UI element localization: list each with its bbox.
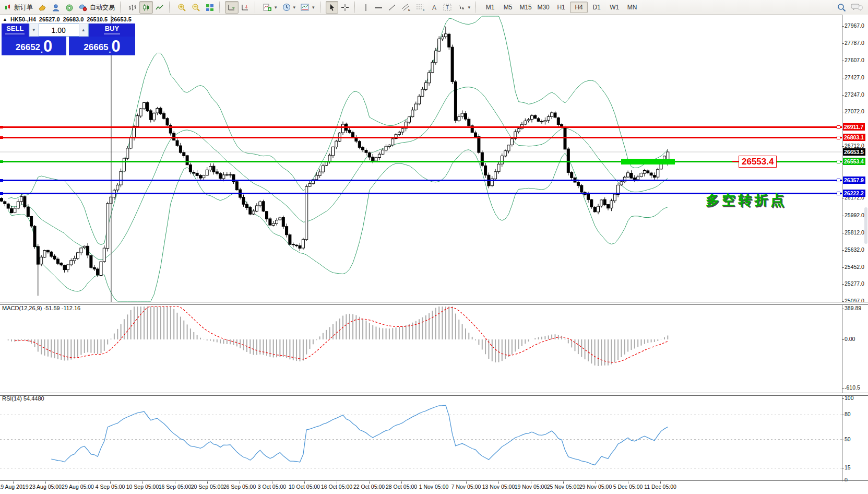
line-endpoint-marker[interactable] bbox=[837, 136, 840, 139]
horizontal-line-26553.4[interactable] bbox=[0, 161, 842, 162]
time-tick-label: 10 Oct 05:00 bbox=[289, 484, 320, 490]
toolbar-separator bbox=[320, 2, 323, 13]
axis-tick-label: 27967.0 bbox=[845, 22, 864, 29]
green-highlight-band[interactable] bbox=[621, 159, 675, 164]
axis-tick-label: 389.89 bbox=[845, 305, 861, 311]
line-chart-button[interactable] bbox=[153, 1, 167, 14]
horizontal-line-button[interactable] bbox=[372, 1, 385, 14]
time-tick bbox=[660, 481, 661, 484]
candlestick-button[interactable] bbox=[139, 1, 153, 14]
fibonacci-icon: F bbox=[416, 3, 425, 11]
sell-price-display[interactable]: 26652.0 bbox=[2, 37, 66, 55]
trendline-button[interactable] bbox=[385, 1, 399, 14]
axis-tick-label: 15 bbox=[845, 464, 851, 471]
timeframe-m15[interactable]: M15 bbox=[517, 2, 534, 13]
axis-tick-label: 27607.0 bbox=[845, 57, 864, 63]
time-tick-label: 1 Nov 05:00 bbox=[419, 484, 449, 490]
buy-button[interactable]: BUY bbox=[89, 23, 135, 37]
new-order-label: 新订单 bbox=[14, 3, 33, 12]
time-tick bbox=[175, 481, 175, 484]
horizontal-line-26357.9[interactable] bbox=[0, 180, 842, 181]
line-start-marker bbox=[0, 126, 3, 128]
crosshair-button[interactable] bbox=[338, 1, 352, 14]
axis-tick bbox=[842, 440, 844, 440]
line-endpoint-marker[interactable] bbox=[837, 125, 840, 129]
line-endpoint-marker[interactable] bbox=[837, 179, 840, 182]
scrollbar-thumb[interactable] bbox=[864, 207, 867, 244]
price-axis: 27967.027787.027607.027427.027247.027072… bbox=[842, 15, 868, 494]
timeframe-m30[interactable]: M30 bbox=[534, 2, 552, 13]
axis-tick-label: 25277.0 bbox=[845, 280, 864, 287]
arrows-button[interactable]: ▾ bbox=[455, 1, 473, 14]
time-tick-label: 16 Sep 05:00 bbox=[159, 484, 191, 490]
chart-annotation-text[interactable]: 多空转折点 bbox=[706, 191, 787, 209]
timeframe-m1[interactable]: M1 bbox=[481, 2, 499, 13]
horizontal-line-26911.7[interactable] bbox=[0, 126, 842, 128]
axis-tick bbox=[842, 26, 844, 27]
signals-button[interactable] bbox=[63, 1, 76, 14]
tile-windows-button[interactable] bbox=[203, 1, 217, 14]
axis-tick bbox=[842, 78, 844, 78]
timeframe-h4[interactable]: H4 bbox=[570, 2, 588, 13]
channel-icon: E bbox=[401, 3, 411, 11]
axis-tick bbox=[842, 284, 844, 285]
volume-decrease-button[interactable]: ▼ bbox=[29, 23, 39, 37]
chart-shift-button[interactable] bbox=[239, 1, 252, 14]
axis-tick bbox=[842, 95, 844, 96]
volume-increase-button[interactable]: ▲ bbox=[79, 23, 88, 37]
panel-separator[interactable] bbox=[0, 302, 868, 305]
time-tick bbox=[628, 481, 628, 484]
channel-button[interactable]: E bbox=[399, 1, 413, 14]
text-label-button[interactable]: T bbox=[441, 1, 455, 14]
timeframe-d1[interactable]: D1 bbox=[588, 2, 605, 13]
zoom-out-button[interactable] bbox=[189, 1, 203, 14]
callout-dash bbox=[732, 161, 739, 162]
bar-chart-icon bbox=[128, 4, 137, 11]
text-button[interactable]: A bbox=[428, 1, 441, 14]
timeframe-h1[interactable]: H1 bbox=[552, 2, 570, 13]
line-start-marker bbox=[0, 192, 3, 195]
line-endpoint-marker[interactable] bbox=[837, 160, 840, 163]
time-tick bbox=[596, 481, 596, 484]
axis-tick-label: -610.5 bbox=[845, 384, 860, 391]
svg-text:E: E bbox=[408, 8, 410, 11]
time-tick bbox=[434, 481, 434, 484]
timeframe-m5[interactable]: M5 bbox=[499, 2, 517, 13]
axis-tick bbox=[842, 468, 844, 468]
accounts-button[interactable] bbox=[49, 1, 63, 14]
vertical-line-button[interactable] bbox=[360, 1, 372, 14]
templates-button[interactable]: ▾ bbox=[298, 1, 317, 14]
price-callout-label[interactable]: 26553.4 bbox=[739, 156, 777, 168]
time-tick bbox=[466, 481, 467, 484]
new-order-icon bbox=[4, 4, 12, 11]
auto-scroll-button[interactable] bbox=[225, 1, 239, 14]
periods-button[interactable]: ▾ bbox=[280, 1, 299, 14]
indicators-button[interactable]: ▾ bbox=[260, 1, 280, 14]
axis-tick-label: 0.00 bbox=[845, 336, 855, 342]
crosshair-icon bbox=[341, 4, 349, 11]
market-watch-button[interactable] bbox=[35, 1, 49, 14]
axis-tick bbox=[842, 339, 844, 340]
fibonacci-button[interactable]: F bbox=[413, 1, 428, 14]
panel-separator[interactable] bbox=[0, 393, 868, 396]
axis-tick-label: 25992.0 bbox=[845, 212, 864, 218]
timeframe-group: M1M5M15M30H1H4D1W1MN bbox=[480, 0, 643, 15]
horizontal-line-26803.1[interactable] bbox=[0, 137, 842, 138]
chat-icon[interactable] bbox=[851, 3, 863, 11]
text-icon: A bbox=[431, 4, 438, 11]
search-icon[interactable] bbox=[837, 3, 846, 12]
chart-canvas[interactable] bbox=[0, 15, 842, 481]
cursor-button[interactable] bbox=[326, 1, 338, 14]
auto-trade-button[interactable]: 自动交易 bbox=[76, 1, 117, 14]
buy-price-display[interactable]: 26665.0 bbox=[69, 37, 135, 55]
new-order-button[interactable]: 新订单 bbox=[2, 1, 35, 14]
timeframe-mn[interactable]: MN bbox=[623, 2, 641, 13]
bar-chart-button[interactable] bbox=[126, 1, 139, 14]
horizontal-line-icon bbox=[374, 4, 383, 11]
timeframe-w1[interactable]: W1 bbox=[605, 2, 623, 13]
line-endpoint-marker[interactable] bbox=[837, 192, 840, 195]
sell-button[interactable]: SELL bbox=[2, 23, 29, 37]
axis-tick bbox=[842, 61, 844, 61]
volume-value[interactable]: 1.00 bbox=[39, 26, 79, 34]
zoom-in-button[interactable] bbox=[175, 1, 189, 14]
